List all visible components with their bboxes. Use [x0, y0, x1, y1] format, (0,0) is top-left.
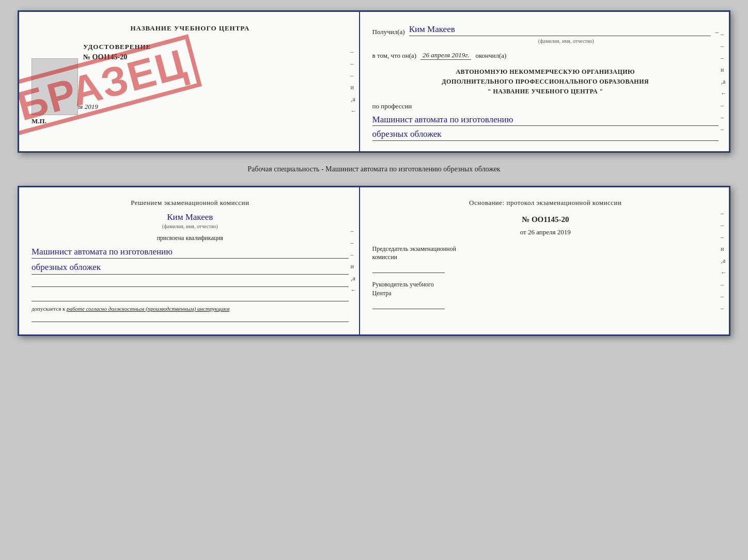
commission-name: Ким Макеев	[32, 212, 349, 222]
recipient-name: Ким Макеев	[409, 24, 711, 36]
udostoverenie-block: УДОСТОВЕРЕНИЕ № OO1145-20	[83, 43, 349, 61]
dopuskaetsya-block: допускается к работе согласно должностны…	[32, 306, 349, 312]
vtom-date: 26 апреля 2019г.	[420, 51, 471, 60]
bottom-right-edge-marks: – – – и ‚а ← – – –	[721, 210, 729, 312]
bottom-document-pair: Решением экзаменационной комиссии Ким Ма…	[18, 186, 730, 336]
org-block: АВТОНОМНУЮ НЕКОММЕРЧЕСКУЮ ОРГАНИЗАЦИЮ ДО…	[372, 67, 719, 97]
blank-line-3	[32, 312, 349, 322]
edge-mark-6: ←	[351, 107, 357, 115]
right-edge-marks-top: – – – и ‚а ← – – –	[721, 30, 729, 133]
edge-marks: – – – и ‚а ←	[351, 48, 359, 115]
vtom-label: в том, что он(а)	[372, 52, 417, 60]
top-document-pair: НАЗВАНИЕ УЧЕБНОГО ЦЕНТРА ОБРАЗЕЦ УДОСТОВ…	[18, 10, 730, 153]
middle-description: Рабочая специальность - Машинист автомат…	[247, 161, 500, 178]
vydano-line: Выдано 26 апреля 2019	[32, 103, 349, 111]
edge-mark-2: –	[351, 60, 357, 68]
blank-line-1	[32, 277, 349, 287]
protocol-date: от 26 апреля 2019	[372, 228, 719, 236]
fio-hint-top: (фамилия, имя, отчество)	[414, 38, 719, 44]
prisvоena-label: присвоена квалификация	[32, 234, 349, 242]
bottom-left-edge-marks: – – – и ‚а ←	[351, 227, 359, 294]
org-line3: " НАЗВАНИЕ УЧЕБНОГО ЦЕНТРА "	[372, 87, 719, 97]
edge-mark-4: и	[351, 84, 357, 91]
director-label: Руководитель учебного Центра	[372, 280, 719, 298]
protocol-number: № OO1145-20	[372, 215, 719, 224]
top-left-page: НАЗВАНИЕ УЧЕБНОГО ЦЕНТРА ОБРАЗЕЦ УДОСТОВ…	[19, 12, 360, 151]
profession-value2: обрезных обложек	[372, 128, 719, 141]
bottom-right-page: Основание: протокол экзаменационной коми…	[360, 187, 729, 334]
vtom-finished: окончил(а)	[475, 52, 506, 60]
chairman-block: Председатель экзаменационной комиссии	[372, 245, 719, 274]
mp-label: М.П.	[32, 117, 349, 125]
org-line1: АВТОНОМНУЮ НЕКОММЕРЧЕСКУЮ ОРГАНИЗАЦИЮ	[372, 67, 719, 77]
top-right-page: Получил(а) Ким Макеев – (фамилия, имя, о…	[360, 12, 729, 151]
bottom-left-page: Решением экзаменационной комиссии Ким Ма…	[19, 187, 360, 334]
edge-mark-1: –	[351, 48, 357, 56]
recipient-line: Получил(а) Ким Макеев –	[372, 24, 719, 36]
osnov-header: Основание: протокол экзаменационной коми…	[372, 198, 719, 208]
commission-header: Решением экзаменационной комиссии	[32, 198, 349, 208]
director-block: Руководитель учебного Центра	[372, 280, 719, 309]
top-left-title: НАЗВАНИЕ УЧЕБНОГО ЦЕНТРА	[32, 24, 349, 33]
dopuskaetsya-value: работе согласно должностным (производств…	[67, 306, 229, 312]
chairman-label: Председатель экзаменационной комиссии	[372, 245, 719, 262]
qualification-value2: обрезных обложек	[32, 261, 349, 275]
commission-fio-hint: (фамилия, имя, отчество)	[32, 223, 349, 229]
edge-mark-5: ‚а	[351, 95, 357, 103]
vtom-line: в том, что он(а) 26 апреля 2019г. окончи…	[372, 51, 719, 60]
profession-value1: Машинист автомата по изготовлению	[372, 114, 719, 126]
recipient-dash: –	[715, 28, 719, 36]
qualification-value1: Машинист автомата по изготовлению	[32, 245, 349, 259]
org-line2: ДОПОЛНИТЕЛЬНОГО ПРОФЕССИОНАЛЬНОГО ОБРАЗО…	[372, 77, 719, 87]
protocol-date-prefix: от	[520, 228, 526, 236]
dopuskaetsya-label: допускается к	[32, 306, 65, 312]
director-sig-line	[372, 300, 445, 309]
photo-placeholder	[32, 58, 78, 115]
udostoverenie-label: УДОСТОВЕРЕНИЕ	[83, 43, 349, 51]
protocol-date-value: 26 апреля 2019	[528, 228, 571, 236]
profession-label: по профессии	[372, 102, 719, 110]
chairman-sig-line	[372, 264, 445, 273]
edge-mark-3: –	[351, 72, 357, 79]
cert-number: № OO1145-20	[83, 53, 349, 61]
blank-line-2	[32, 291, 349, 301]
recipient-label: Получил(а)	[372, 28, 405, 36]
